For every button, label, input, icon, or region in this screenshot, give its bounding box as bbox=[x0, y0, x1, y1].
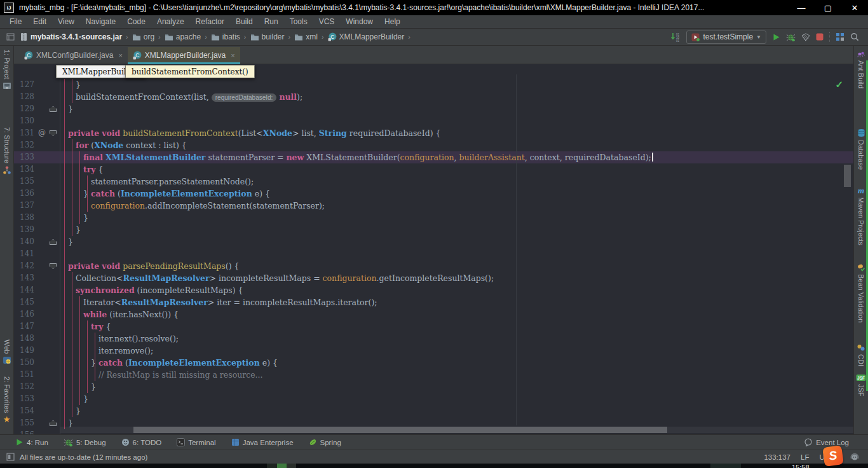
code-line-129[interactable]: 129} bbox=[14, 103, 853, 115]
caret-position[interactable]: 133:137 bbox=[764, 453, 790, 461]
project-structure-button[interactable] bbox=[836, 32, 844, 41]
code-line-137[interactable]: 137configuration.addIncompleteStatement(… bbox=[14, 200, 853, 212]
menu-analyze[interactable]: Analyze bbox=[151, 17, 190, 26]
code-line-146[interactable]: 146while (iter.hasNext()) { bbox=[14, 308, 853, 320]
minimize-button[interactable]: — bbox=[788, 0, 815, 15]
code-editor[interactable]: 127}128buildStatementFromContext(list, r… bbox=[14, 64, 853, 434]
tab-xmlconfigbuilder-java[interactable]: CXMLConfigBuilder.java× bbox=[19, 47, 128, 64]
code-line-153[interactable]: 153} bbox=[14, 393, 853, 405]
tab-close-icon[interactable]: × bbox=[231, 52, 234, 59]
code-line-147[interactable]: 147try { bbox=[14, 320, 853, 333]
horizontal-scrollbar-track[interactable] bbox=[60, 427, 853, 433]
search-everywhere-button[interactable] bbox=[850, 32, 859, 41]
tool-button-java-enterprise[interactable]: Java Enterprise bbox=[231, 438, 294, 446]
collapse-nav-icon[interactable] bbox=[6, 33, 15, 41]
code-line-148[interactable]: 148iter.next().resolve(); bbox=[14, 333, 853, 345]
toggle-icon[interactable] bbox=[6, 453, 15, 461]
code-line-135[interactable]: 135statementParser.parseStatementNode(); bbox=[14, 176, 853, 188]
breadcrumb-item-ibatis[interactable]: ibatis bbox=[211, 32, 240, 41]
breadcrumb-item-org[interactable]: org bbox=[132, 32, 154, 41]
code-line-152[interactable]: 152} bbox=[14, 381, 853, 393]
code-line-154[interactable]: 154} bbox=[14, 405, 853, 417]
menu-edit[interactable]: Edit bbox=[27, 17, 52, 26]
changes-icon[interactable]: 011001 bbox=[670, 32, 681, 42]
code-line-151[interactable]: 151// ResultMap is still missing a resou… bbox=[14, 369, 853, 381]
line-number: 130 bbox=[14, 115, 34, 127]
code-line-131[interactable]: 131@private void buildStatementFromConte… bbox=[14, 127, 853, 139]
breadcrumb-item-mybatis-3-4-1-sources-jar[interactable]: mybatis-3.4.1-sources.jar bbox=[20, 32, 122, 41]
code-line-143[interactable]: 143Collection<ResultMapResolver> incompl… bbox=[14, 272, 853, 284]
tab-xmlmapperbuilder-java[interactable]: CXMLMapperBuilder.java× bbox=[128, 47, 240, 64]
tool-button-web[interactable]: Web bbox=[0, 340, 13, 364]
breadcrumb-item-apache[interactable]: apache bbox=[165, 32, 201, 41]
code-line-145[interactable]: 145Iterator<ResultMapResolver> iter = in… bbox=[14, 296, 853, 308]
run-configuration-select[interactable]: test.testSimple▼ bbox=[686, 31, 766, 44]
event-log-button[interactable]: Event Log bbox=[804, 438, 849, 446]
menu-tools[interactable]: Tools bbox=[284, 17, 313, 26]
menu-run[interactable]: Run bbox=[259, 17, 284, 26]
tool-button-4-run[interactable]: 4: Run bbox=[15, 438, 48, 446]
code-line-132[interactable]: 132for (XNode context : list) { bbox=[14, 139, 853, 151]
code-line-130[interactable]: 130 bbox=[14, 115, 853, 127]
tool-button-label: Java Enterprise bbox=[243, 439, 294, 446]
code-line-144[interactable]: 144synchronized (incompleteResultMaps) { bbox=[14, 284, 853, 296]
code-line-150[interactable]: 150} catch (IncompleteElementException e… bbox=[14, 357, 853, 369]
fold-marker-icon[interactable] bbox=[50, 263, 57, 269]
code-token: configuration bbox=[323, 273, 377, 283]
menu-build[interactable]: Build bbox=[230, 17, 259, 26]
tool-button-5-debug[interactable]: 5: Debug bbox=[64, 438, 106, 446]
code-line-141[interactable]: 141 bbox=[14, 248, 853, 260]
tool-button-2-favorites[interactable]: 2: Favorites★ bbox=[0, 376, 13, 423]
code-line-142[interactable]: 142private void parsePendingResultMaps()… bbox=[14, 260, 853, 272]
fold-marker-icon[interactable] bbox=[50, 420, 57, 426]
code-token: e) { bbox=[260, 358, 278, 368]
menu-file[interactable]: File bbox=[4, 17, 27, 26]
tab-close-icon[interactable]: × bbox=[118, 52, 122, 59]
code-line-139[interactable]: 139} bbox=[14, 224, 853, 236]
menu-vcs[interactable]: VCS bbox=[313, 17, 341, 26]
breadcrumb-item-builder[interactable]: builder bbox=[250, 32, 285, 41]
menu-window[interactable]: Window bbox=[340, 17, 379, 26]
fold-marker-icon[interactable] bbox=[50, 239, 57, 245]
debug-button[interactable] bbox=[786, 33, 796, 41]
menu-help[interactable]: Help bbox=[379, 17, 406, 26]
code-line-138[interactable]: 138} bbox=[14, 212, 853, 224]
menu-code[interactable]: Code bbox=[121, 17, 151, 26]
line-ending[interactable]: LF bbox=[801, 453, 809, 461]
run-button[interactable] bbox=[772, 33, 780, 41]
inspections-ok-icon[interactable]: ✓ bbox=[835, 79, 843, 90]
tool-button-6-todo[interactable]: 6: TODO bbox=[121, 438, 162, 446]
breadcrumb-item-xmlmapperbuilder[interactable]: CXMLMapperBuilder bbox=[328, 32, 405, 41]
vertical-scrollbar[interactable] bbox=[844, 165, 851, 187]
chevron-down-icon: ▼ bbox=[756, 34, 761, 40]
stop-button[interactable] bbox=[816, 33, 824, 41]
code-line-136[interactable]: 136} catch (IncompleteElementException e… bbox=[14, 188, 853, 200]
code-line-149[interactable]: 149iter.remove(); bbox=[14, 345, 853, 357]
maximize-button[interactable]: ▢ bbox=[815, 0, 841, 15]
sogou-input-icon[interactable]: S bbox=[822, 445, 844, 467]
close-button[interactable]: ✕ bbox=[841, 0, 868, 15]
horizontal-scrollbar[interactable] bbox=[133, 427, 667, 433]
annotation-gutter-icon[interactable]: @ bbox=[38, 127, 46, 139]
coverage-button[interactable] bbox=[801, 33, 810, 41]
bubble-icon bbox=[804, 438, 813, 446]
tool-button-terminal[interactable]: Terminal bbox=[177, 438, 215, 446]
tool-button-spring[interactable]: Spring bbox=[309, 438, 341, 446]
fold-marker-icon[interactable] bbox=[50, 130, 57, 136]
code-line-133[interactable]: 133final XMLStatementBuilder statementPa… bbox=[14, 151, 853, 163]
code-line-127[interactable]: 127} bbox=[14, 79, 853, 91]
context-method-chip[interactable]: buildStatementFromContext() bbox=[125, 65, 255, 78]
tool-button-1-project[interactable]: 1: Project bbox=[0, 50, 13, 90]
code-line-134[interactable]: 134try { bbox=[14, 163, 853, 176]
fold-marker-icon[interactable] bbox=[50, 106, 57, 112]
menu-view[interactable]: View bbox=[52, 17, 80, 26]
menu-navigate[interactable]: Navigate bbox=[80, 17, 121, 26]
menu-refactor[interactable]: Refactor bbox=[190, 17, 230, 26]
hector-icon[interactable] bbox=[850, 453, 859, 462]
code-line-140[interactable]: 140} bbox=[14, 236, 853, 248]
code-line-128[interactable]: 128buildStatementFromContext(list, requi… bbox=[14, 91, 853, 103]
code-token: private bbox=[68, 261, 99, 271]
code-text: statementParser.parseStatementNode(); bbox=[60, 176, 254, 188]
breadcrumb-item-xml[interactable]: xml bbox=[294, 32, 318, 41]
tool-button-7-structure[interactable]: 7: Structure bbox=[0, 127, 13, 174]
